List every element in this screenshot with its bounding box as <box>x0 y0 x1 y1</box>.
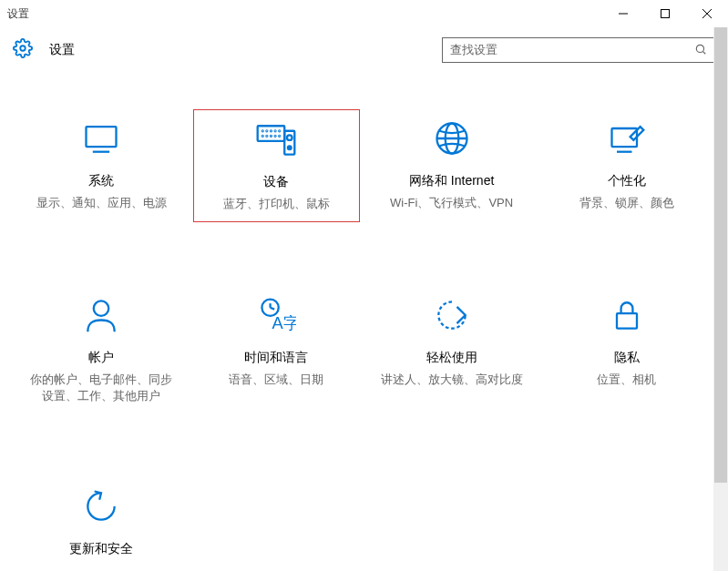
tile-network[interactable]: 网络和 Internet Wi-Fi、飞行模式、VPN <box>369 109 535 222</box>
tile-system[interactable]: 系统 显示、通知、应用、电源 <box>18 109 184 222</box>
svg-line-31 <box>271 307 275 309</box>
devices-icon <box>254 117 298 161</box>
svg-point-18 <box>275 136 276 137</box>
lock-icon <box>605 293 649 337</box>
svg-point-15 <box>262 136 263 137</box>
svg-line-6 <box>702 51 705 54</box>
tile-desc: 显示、通知、应用、电源 <box>36 195 167 211</box>
svg-rect-26 <box>611 128 637 147</box>
window-title: 设置 <box>7 6 29 22</box>
personalize-icon <box>605 117 649 160</box>
tile-desc: 位置、相机 <box>597 372 656 388</box>
display-icon <box>79 117 123 160</box>
search-input[interactable]: 查找设置 <box>442 37 715 63</box>
minimize-button[interactable] <box>602 0 644 27</box>
search-icon <box>694 43 707 58</box>
close-button[interactable] <box>686 0 728 27</box>
window-controls <box>602 0 728 27</box>
svg-point-5 <box>696 45 703 52</box>
svg-rect-9 <box>258 126 285 141</box>
svg-point-19 <box>280 136 281 137</box>
svg-point-14 <box>280 130 281 131</box>
tile-desc: 背景、锁屏、颜色 <box>579 195 674 211</box>
tile-title: 设备 <box>263 174 289 190</box>
svg-point-4 <box>20 46 26 51</box>
tile-desc: 你的帐户、电子邮件、同步设置、工作、其他用户 <box>28 372 174 404</box>
svg-point-17 <box>271 136 272 137</box>
tile-title: 轻松使用 <box>426 350 477 366</box>
svg-point-13 <box>275 130 276 131</box>
tile-title: 系统 <box>88 173 114 189</box>
tile-devices[interactable]: 设备 蓝牙、打印机、鼠标 <box>193 109 359 222</box>
tile-title: 帐户 <box>88 350 114 366</box>
header: 设置 查找设置 <box>0 27 728 73</box>
tiles-grid: 系统 显示、通知、应用、电源 设备 蓝牙、打印机、鼠标 网络和 Internet <box>0 73 728 571</box>
tile-time-language[interactable]: A字 时间和语言 语音、区域、日期 <box>193 286 359 413</box>
svg-point-16 <box>267 136 268 137</box>
vertical-scrollbar[interactable] <box>713 27 728 571</box>
svg-point-10 <box>262 130 263 131</box>
gear-icon <box>13 38 33 62</box>
svg-point-11 <box>267 130 268 131</box>
ease-icon <box>430 293 474 337</box>
tile-desc: 讲述人、放大镜、高对比度 <box>381 372 523 388</box>
svg-rect-7 <box>87 127 117 147</box>
header-left: 设置 <box>13 38 75 62</box>
svg-point-22 <box>288 146 292 149</box>
svg-point-28 <box>94 301 109 316</box>
tile-desc: 语音、区域、日期 <box>229 372 323 388</box>
svg-text:A字: A字 <box>272 312 297 331</box>
svg-rect-1 <box>661 10 670 18</box>
svg-rect-33 <box>617 313 637 329</box>
tile-title: 隐私 <box>614 350 640 366</box>
tile-update-security[interactable]: 更新和安全 <box>18 477 184 571</box>
globe-icon <box>430 117 474 160</box>
svg-point-21 <box>287 135 292 140</box>
tile-privacy[interactable]: 隐私 位置、相机 <box>544 286 710 413</box>
tile-title: 个性化 <box>608 173 646 189</box>
maximize-button[interactable] <box>644 0 686 27</box>
tile-ease-of-access[interactable]: 轻松使用 讲述人、放大镜、高对比度 <box>369 286 535 413</box>
time-language-icon: A字 <box>254 293 298 337</box>
page-title: 设置 <box>49 42 75 58</box>
tile-accounts[interactable]: 帐户 你的帐户、电子邮件、同步设置、工作、其他用户 <box>18 286 184 413</box>
search-placeholder: 查找设置 <box>450 42 497 58</box>
scrollbar-thumb[interactable] <box>714 27 727 483</box>
titlebar: 设置 <box>0 0 728 27</box>
tile-desc: Wi-Fi、飞行模式、VPN <box>390 195 513 211</box>
tile-desc: 蓝牙、打印机、鼠标 <box>223 196 330 212</box>
tile-personalization[interactable]: 个性化 背景、锁屏、颜色 <box>544 109 710 222</box>
tile-title: 更新和安全 <box>69 541 133 557</box>
tile-title: 网络和 Internet <box>409 173 494 189</box>
tile-title: 时间和语言 <box>244 350 308 366</box>
svg-point-12 <box>271 130 272 131</box>
user-icon <box>79 293 123 337</box>
update-icon <box>79 484 123 528</box>
